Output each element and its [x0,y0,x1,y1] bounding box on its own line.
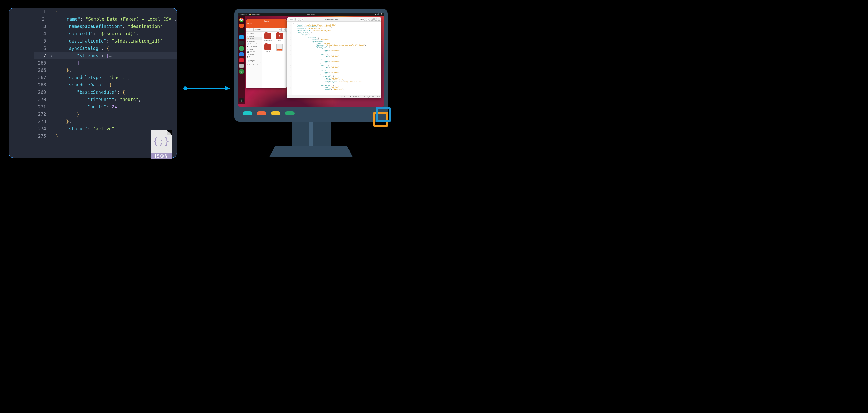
open-dropdown-button[interactable]: ⌄ [296,18,299,21]
sidebar-item-downloads[interactable]: ⬇Downloads [246,45,262,48]
status-lang[interactable]: JSON ⌄ [341,96,346,98]
nautilus-subtitle: Home [247,23,252,25]
dock-app2-icon[interactable] [239,58,244,62]
led-icon [271,111,280,115]
nautilus-back2[interactable]: ‹ [247,28,250,31]
status-ins: INS [377,96,380,98]
nautilus-sidebar: 🕘Recent★Starred🏠Home🖥Desktop📄Documents⬇D… [246,32,262,88]
sidebar-item-desktop[interactable]: 🖥Desktop [246,40,262,43]
file-item[interactable]: server [264,44,272,52]
sidebar-item-music[interactable]: ♫Music [246,48,262,50]
nautilus-pathbar: ‹ › 🏠 Home 🔍 ≡ [246,28,287,32]
minimize-button[interactable]: – [371,18,374,21]
json-file-badge-label: JSON [151,153,172,159]
nautilus-title: Home [264,20,269,22]
dock-folder-icon[interactable] [239,29,244,33]
dock-libreoffice-icon[interactable] [239,46,244,51]
open-button[interactable]: Open [288,18,294,21]
led-icon [257,111,266,115]
sidebar-drive[interactable]: 💿Ubuntu 22.0…⏏ [247,59,261,63]
dock-chrome-icon[interactable] [239,18,244,22]
dock-files-icon[interactable] [239,24,244,28]
network-icon[interactable]: ▲ [375,13,376,15]
dock-trash-icon[interactable]: ♻ [239,69,244,74]
system-tray[interactable]: ▲ 🔊 ⏻ [375,12,382,16]
sidebar-item-pictures[interactable]: 📷Pictures [246,50,262,53]
monitor-screen: Activities 📝 Text Editor Jul 6 05:40 ▲ 🔊… [238,12,384,107]
dock-app-icon[interactable] [239,52,244,57]
status-position: Ln 37, Col 55 [364,96,374,98]
power-icon[interactable]: ⏻ [381,13,382,15]
led-icon [285,111,294,115]
editor-gutter [9,8,34,158]
gedit-statusbar: JSON ⌄ Tab Width: 8 ⌄ Ln 37, Col 55 INS [287,95,381,98]
nautilus-search-button[interactable]: 🔍 [279,28,282,31]
nautilus-crumb-label: Home [257,29,261,30]
dock-apps-grid-icon[interactable]: ⋮⋮⋮ [239,98,244,102]
nautilus-fwd2[interactable]: › [251,28,254,31]
nautilus-header: ‹ Home › Home [246,19,287,28]
nautilus-window[interactable]: ‹ Home › Home ‹ › 🏠 Home 🔍 ≡ 🕘Recent★Sta… [246,19,287,88]
sidebar-item-recent[interactable]: 🕘Recent [246,32,262,35]
monitor-neck [292,122,331,147]
nautilus-back-button[interactable]: ‹ [247,21,248,22]
nautilus-crumb-home[interactable]: 🏠 Home [255,29,261,30]
sidebar-item-starred[interactable]: ★Starred [246,35,262,37]
file-item[interactable]: anaconda3 [264,33,272,41]
file-item[interactable]: connection.json [275,44,284,52]
file-item[interactable]: Music [275,33,284,41]
close-button[interactable]: × [378,18,380,21]
nautilus-menu-button[interactable]: ≡ [283,28,286,31]
gedit-gutter: 1234567891011121314151617181920212223242… [287,22,292,95]
nautilus-fwd-button[interactable]: › [285,21,285,22]
diagram-stage: 1{2 "name": "Sample Data (Faker) → Local… [0,0,410,195]
gedit-header: Open ⌄ 🗎 *connection.json Save ≡ – ▢ × [287,17,381,22]
sidebar-item-videos[interactable]: 🎞Videos [246,53,262,56]
monitor-frame: Activities 📝 Text Editor Jul 6 05:40 ▲ 🔊… [235,9,388,122]
monitor-leds [243,111,294,115]
ubuntu-dock: ♻ ⋮⋮⋮ [238,16,245,104]
json-file-badge: {;} JSON [151,130,172,159]
svg-marker-2 [225,86,230,91]
gedit-window[interactable]: Open ⌄ 🗎 *connection.json Save ≡ – ▢ × 1… [287,17,381,98]
gnome-topbar: Activities 📝 Text Editor Jul 6 05:40 ▲ 🔊… [238,12,384,16]
dock-vscode-icon[interactable] [239,35,244,39]
sidebar-item-documents[interactable]: 📄Documents [246,43,262,45]
dock-disc-icon[interactable] [239,64,244,68]
status-tabwidth[interactable]: Tab Width: 8 ⌄ [350,96,361,98]
gedit-menu-button[interactable]: ≡ [366,18,370,21]
sidebar-other-locations[interactable]: +Other Locations [246,64,262,66]
dock-terminal-icon[interactable] [239,41,244,45]
topbar-clock[interactable]: Jul 6 05:40 [238,13,384,15]
led-icon [243,111,252,115]
svg-point-0 [183,87,187,90]
gedit-code[interactable]: { "name": "Sample Data (Faker) → Local C… [292,22,381,95]
monitor-base [275,145,347,157]
sidebar-item-trash[interactable]: 🗑Trash [246,56,262,58]
sidebar-item-home[interactable]: 🏠Home [246,37,262,40]
new-doc-button[interactable]: 🗎 [300,18,304,21]
gedit-title: *connection.json [305,19,358,21]
save-button[interactable]: Save [359,18,365,21]
nautilus-grid: anaconda3Musicserverconnection.json [262,32,287,88]
volume-icon[interactable]: 🔊 [377,13,380,15]
maximize-button[interactable]: ▢ [374,18,377,21]
flow-arrow [183,86,230,91]
